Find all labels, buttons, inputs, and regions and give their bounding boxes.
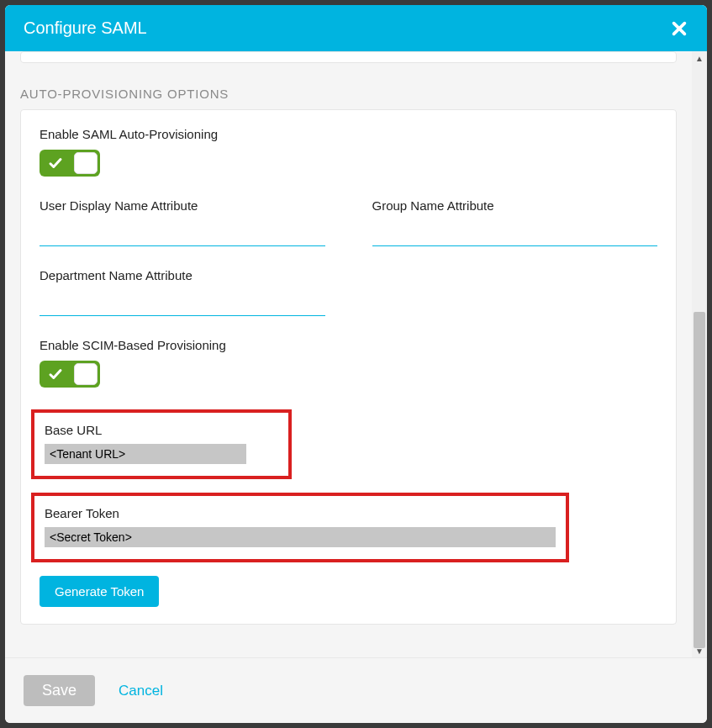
generate-token-button[interactable]: Generate Token [40,576,159,607]
base-url-highlight: Base URL [31,409,292,479]
enable-scim-label: Enable SCIM-Based Provisioning [40,338,657,352]
enable-saml-toggle[interactable] [40,150,100,177]
attribute-row-1: User Display Name Attribute Group Name A… [40,198,657,246]
section-title: AUTO-PROVISIONING OPTIONS [20,87,677,101]
bearer-token-label: Bearer Token [45,506,556,520]
department-name-field: Department Name Attribute [40,268,325,316]
base-url-label: Base URL [45,423,278,437]
department-name-input[interactable] [40,291,325,316]
modal-title: Configure SAML [24,18,147,38]
bearer-token-highlight: Bearer Token [31,493,569,562]
cancel-link[interactable]: Cancel [119,683,163,699]
modal-header: Configure SAML [5,5,707,51]
enable-saml-field: Enable SAML Auto-Provisioning [40,127,657,177]
modal-body-wrap: AUTO-PROVISIONING OPTIONS Enable SAML Au… [5,51,707,657]
enable-scim-toggle[interactable] [40,361,100,388]
scroll-up-arrow-icon[interactable]: ▲ [692,51,707,65]
modal-footer: Save Cancel [5,657,707,723]
modal-body: AUTO-PROVISIONING OPTIONS Enable SAML Au… [5,51,692,657]
enable-saml-label: Enable SAML Auto-Provisioning [40,127,657,141]
department-name-label: Department Name Attribute [40,268,325,282]
group-name-input[interactable] [372,221,658,246]
group-name-field: Group Name Attribute [372,198,658,246]
close-icon[interactable] [670,19,688,38]
toggle-thumb [74,152,98,174]
save-button[interactable]: Save [24,675,95,706]
base-url-input[interactable] [45,444,246,464]
previous-section-card [20,51,677,63]
scrollbar-thumb[interactable] [694,312,705,648]
user-display-name-input[interactable] [40,221,325,246]
empty-col [372,268,658,316]
group-name-label: Group Name Attribute [372,198,658,213]
scrollbar[interactable]: ▲ ▼ [692,51,707,657]
enable-scim-field: Enable SCIM-Based Provisioning [40,338,657,388]
user-display-name-label: User Display Name Attribute [40,198,325,213]
check-icon [48,367,63,382]
user-display-name-field: User Display Name Attribute [40,198,325,246]
check-icon [48,156,63,171]
configure-saml-modal: Configure SAML AUTO-PROVISIONING OPTIONS… [5,5,707,723]
scroll-down-arrow-icon[interactable]: ▼ [692,644,707,657]
attribute-row-2: Department Name Attribute [40,268,657,316]
toggle-thumb [74,363,98,385]
provisioning-card: Enable SAML Auto-Provisioning User Displ… [20,109,677,625]
bearer-token-input[interactable] [45,527,556,547]
